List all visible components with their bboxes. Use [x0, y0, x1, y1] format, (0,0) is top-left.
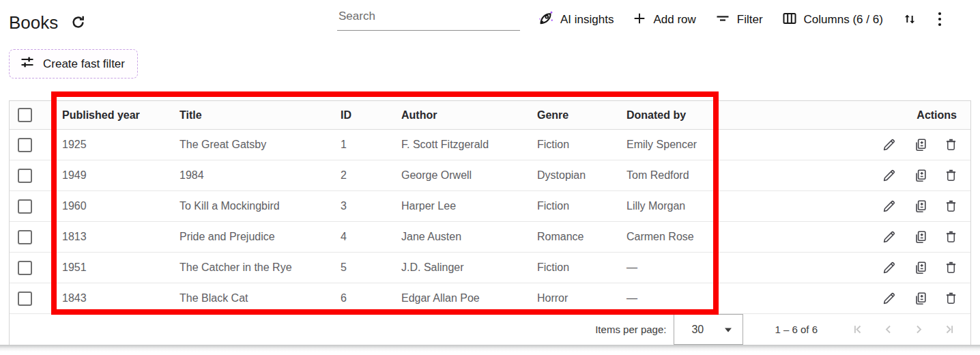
- cell-author: J.D. Salinger: [392, 261, 528, 274]
- refresh-button[interactable]: [70, 14, 87, 33]
- cell-title: The Catcher in the Rye: [171, 261, 332, 274]
- cell-id: 5: [332, 261, 392, 274]
- row-checkbox[interactable]: [18, 292, 32, 306]
- cell-donated-by: Tom Redford: [618, 169, 707, 182]
- select-all-checkbox[interactable]: [18, 108, 32, 122]
- cell-genre: Dystopian: [528, 169, 618, 182]
- edit-row-button[interactable]: [882, 260, 897, 275]
- sort-button[interactable]: [902, 10, 918, 30]
- previous-page-button[interactable]: [882, 324, 894, 335]
- cell-author: George Orwell: [392, 169, 528, 182]
- duplicate-row-button[interactable]: [912, 168, 928, 184]
- table-row: 1949 1984 2 George Orwell Dystopian Tom …: [10, 160, 970, 191]
- delete-row-button[interactable]: [944, 199, 958, 214]
- row-actions: [707, 199, 970, 214]
- duplicate-row-button[interactable]: [912, 291, 928, 307]
- page-header: Books: [9, 12, 87, 33]
- table-row: 1960 To Kill a Mockingbird 3 Harper Lee …: [10, 191, 970, 222]
- edit-row-button[interactable]: [882, 137, 897, 152]
- table-header-row: Published year Title ID Author Genre Don…: [10, 101, 970, 130]
- cell-genre: Romance: [528, 231, 618, 243]
- cell-title: The Black Cat: [171, 292, 332, 304]
- duplicate-row-button[interactable]: [912, 137, 928, 153]
- duplicate-row-button[interactable]: [912, 260, 928, 276]
- delete-row-button[interactable]: [944, 291, 958, 306]
- cell-author: F. Scott Fitzgerald: [392, 139, 528, 151]
- table-row: 1925 The Great Gatsby 1 F. Scott Fitzger…: [10, 130, 970, 160]
- refresh-icon: [70, 14, 87, 33]
- cell-id: 6: [332, 292, 392, 304]
- row-checkbox[interactable]: [18, 138, 32, 152]
- column-header-genre[interactable]: Genre: [528, 109, 618, 122]
- cell-donated-by: Emily Spencer: [618, 139, 707, 151]
- columns-icon: [781, 10, 798, 30]
- column-header-actions: Actions: [707, 109, 970, 122]
- delete-row-button[interactable]: [944, 260, 958, 275]
- cell-published-year: 1951: [53, 261, 171, 274]
- cell-donated-by: Lilly Morgan: [618, 200, 707, 212]
- add-row-button[interactable]: Add row: [632, 11, 695, 29]
- last-page-button[interactable]: [944, 324, 955, 335]
- first-page-button[interactable]: [852, 324, 863, 335]
- cell-published-year: 1843: [53, 292, 171, 304]
- cell-genre: Horror: [528, 292, 618, 304]
- cell-published-year: 1949: [53, 169, 171, 182]
- tune-icon: [19, 54, 35, 74]
- delete-row-button[interactable]: [944, 168, 958, 183]
- cell-donated-by: Carmen Rose: [618, 231, 707, 243]
- card-bottom-shadow: [0, 345, 980, 352]
- row-checkbox[interactable]: [18, 230, 32, 244]
- column-header-author[interactable]: Author: [392, 109, 528, 122]
- add-row-label: Add row: [653, 13, 695, 27]
- row-checkbox[interactable]: [18, 199, 32, 214]
- filter-button[interactable]: Filter: [715, 10, 763, 30]
- cell-published-year: 1813: [53, 231, 171, 243]
- duplicate-row-button[interactable]: [912, 199, 928, 214]
- cell-id: 4: [332, 231, 392, 243]
- cell-id: 1: [332, 139, 392, 151]
- columns-button[interactable]: Columns (6 / 6): [781, 10, 883, 30]
- edit-row-button[interactable]: [882, 291, 897, 306]
- row-checkbox[interactable]: [18, 261, 32, 275]
- edit-row-button[interactable]: [882, 168, 897, 183]
- pagination-range-label: 1 – 6 of 6: [775, 324, 818, 335]
- cell-title: The Great Gatsby: [171, 139, 332, 151]
- row-actions: [707, 291, 970, 307]
- edit-row-button[interactable]: [882, 199, 897, 214]
- column-header-title[interactable]: Title: [171, 109, 332, 122]
- table-row: 1843 The Black Cat 6 Edgar Allan Poe Hor…: [10, 283, 970, 314]
- table-row: 1813 Pride and Prejudice 4 Jane Austen R…: [10, 222, 970, 253]
- ai-insights-button[interactable]: AI insights: [536, 10, 614, 31]
- search-container: [337, 5, 520, 31]
- delete-row-button[interactable]: [944, 137, 958, 152]
- cell-donated-by: —: [618, 292, 707, 304]
- row-checkbox[interactable]: [18, 169, 32, 183]
- column-header-published-year[interactable]: Published year: [53, 109, 171, 122]
- items-per-page-select[interactable]: 30: [674, 314, 743, 345]
- edit-row-button[interactable]: [882, 229, 897, 244]
- duplicate-row-button[interactable]: [912, 229, 928, 245]
- table-footer: Items per page: 30 1 – 6 of 6: [10, 314, 970, 345]
- cell-genre: Fiction: [528, 261, 618, 274]
- column-header-id[interactable]: ID: [332, 109, 392, 122]
- items-per-page-value: 30: [691, 324, 704, 336]
- filter-label: Filter: [737, 13, 763, 27]
- ai-insights-label: AI insights: [560, 13, 614, 27]
- chevron-down-icon: [724, 324, 732, 336]
- column-header-donated-by[interactable]: Donated by: [618, 109, 707, 122]
- next-page-button[interactable]: [913, 324, 925, 335]
- grid-toolbar: AI insights Add row Filter Columns (6 / …: [536, 0, 943, 40]
- more-options-button[interactable]: [936, 10, 943, 30]
- filter-icon: [715, 10, 731, 30]
- kebab-menu-icon: [936, 10, 943, 30]
- page-title: Books: [9, 12, 58, 33]
- cell-id: 3: [332, 200, 392, 212]
- cell-genre: Fiction: [528, 139, 618, 151]
- items-per-page-label: Items per page:: [595, 324, 666, 335]
- search-input[interactable]: [337, 5, 520, 31]
- create-fast-filter-label: Create fast filter: [43, 57, 125, 71]
- cell-donated-by: —: [618, 261, 707, 274]
- delete-row-button[interactable]: [944, 229, 958, 244]
- create-fast-filter-button[interactable]: Create fast filter: [9, 49, 138, 79]
- cell-published-year: 1960: [53, 200, 171, 212]
